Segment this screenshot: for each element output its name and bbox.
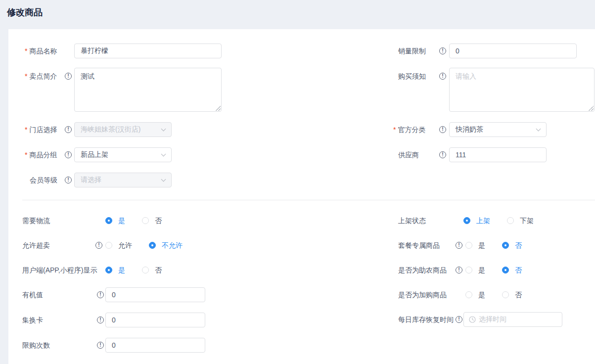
needs-logistics-radio-group: 是 否 — [105, 217, 162, 224]
supplier-info-icon[interactable]: ! — [439, 151, 446, 158]
chevron-down-icon — [536, 126, 541, 131]
radio-option-off-shelf[interactable]: 下架 — [507, 217, 534, 224]
required-mark: * — [25, 126, 27, 134]
store-select-value: 海峡姐妹茶(汉街店) — [81, 125, 162, 134]
radio-option-yes[interactable]: 是 — [465, 242, 485, 249]
selling-point-info-icon[interactable]: ! — [65, 73, 72, 80]
time-placeholder: 选择时间 — [479, 315, 506, 324]
client-display-label: 用户端(APP,小程序)显示 — [22, 263, 97, 277]
purchase-limit-label: 限购次数 — [22, 338, 50, 353]
addon-product-label: 是否为加购商品 — [398, 287, 447, 302]
member-level-placeholder: 请选择 — [81, 176, 162, 184]
radio-icon — [465, 242, 472, 249]
radio-option-no[interactable]: 否 — [502, 267, 522, 273]
product-name-input[interactable] — [74, 44, 222, 58]
card-collect-label: 集换卡 — [22, 313, 43, 327]
required-mark: * — [25, 72, 27, 80]
supplier-input[interactable] — [449, 147, 547, 162]
radio-option-no[interactable]: 否 — [142, 267, 162, 273]
purchase-notes-label: 购买须知 — [398, 69, 426, 84]
stock-recovery-time-label: 每日库存恢复时间 — [398, 312, 454, 327]
radio-icon — [142, 217, 149, 224]
member-level-select[interactable]: 请选择 — [74, 173, 172, 187]
store-select[interactable]: 海峡姐妹茶(汉街店) — [74, 122, 172, 137]
farm-product-radio-group: 是 否 — [465, 267, 522, 273]
radio-option-no[interactable]: 否 — [502, 242, 522, 249]
product-group-info-icon[interactable]: ! — [65, 151, 72, 158]
organic-value-info-icon[interactable]: ! — [97, 291, 104, 298]
client-display-radio-group: 是 否 — [105, 267, 162, 273]
sales-limit-label: 销量限制 — [398, 44, 426, 58]
required-mark: * — [25, 47, 27, 55]
radio-option-yes[interactable]: 是 — [465, 267, 485, 273]
allow-oversell-label: 允许超卖 — [22, 238, 50, 253]
member-level-info-icon[interactable]: ! — [65, 177, 72, 183]
section-divider — [22, 200, 595, 200]
radio-option-no[interactable]: 否 — [142, 217, 162, 224]
chevron-down-icon — [161, 177, 166, 182]
radio-icon — [105, 217, 112, 224]
radio-option-yes[interactable]: 是 — [105, 217, 125, 224]
clock-icon — [469, 316, 476, 323]
supplier-label: 供应商 — [398, 147, 419, 162]
purchase-notes-textarea[interactable] — [449, 68, 595, 112]
chevron-down-icon — [161, 151, 166, 156]
radio-icon — [105, 242, 112, 249]
official-category-select-value: 快消奶茶 — [456, 125, 537, 134]
purchase-notes-info-icon[interactable]: ! — [439, 73, 446, 80]
store-info-icon[interactable]: ! — [65, 126, 72, 133]
package-only-label: 套餐专属商品 — [398, 238, 440, 253]
product-name-label: *商品名称 — [25, 44, 57, 58]
radio-option-on-shelf[interactable]: 上架 — [463, 217, 490, 224]
resize-grip-icon[interactable] — [216, 106, 221, 111]
purchase-limit-info-icon[interactable]: ! — [97, 342, 104, 349]
farm-product-label: 是否为助农商品 — [398, 263, 447, 277]
organic-value-label: 有机值 — [22, 287, 43, 302]
stock-recovery-time-input[interactable]: 选择时间 — [463, 312, 562, 327]
required-mark: * — [393, 126, 396, 134]
farm-product-info-icon[interactable]: ! — [456, 267, 462, 273]
allow-oversell-info-icon[interactable]: ! — [95, 242, 102, 249]
official-category-info-icon[interactable]: ! — [439, 126, 446, 133]
radio-option-yes[interactable]: 是 — [105, 267, 125, 273]
card-collect-info-icon[interactable]: ! — [97, 317, 104, 323]
radio-icon — [502, 291, 509, 298]
official-category-select[interactable]: 快消奶茶 — [449, 122, 547, 137]
sales-limit-info-icon[interactable]: ! — [439, 47, 446, 54]
radio-icon — [465, 291, 472, 298]
radio-option-yes[interactable]: 是 — [465, 291, 485, 298]
radio-icon — [465, 267, 472, 273]
addon-product-radio-group: 是 否 — [465, 291, 522, 298]
chevron-down-icon — [161, 126, 166, 131]
official-category-label: *官方分类 — [393, 122, 425, 137]
purchase-limit-input[interactable] — [105, 338, 205, 353]
package-only-radio-group: 是 否 — [465, 242, 522, 249]
radio-icon — [502, 242, 509, 249]
radio-option-allow[interactable]: 允许 — [105, 242, 132, 249]
organic-value-input[interactable] — [105, 287, 205, 302]
radio-icon — [463, 217, 470, 224]
package-only-info-icon[interactable]: ! — [456, 242, 462, 249]
member-level-label: 会员等级 — [30, 173, 57, 187]
card-collect-input[interactable] — [105, 313, 205, 327]
required-mark: * — [25, 151, 27, 159]
needs-logistics-label: 需要物流 — [22, 213, 50, 228]
resize-grip-icon[interactable] — [589, 106, 594, 111]
allow-oversell-radio-group: 允许 不允许 — [105, 242, 183, 249]
stock-recovery-info-icon[interactable]: ! — [456, 316, 462, 323]
radio-icon — [149, 242, 156, 249]
radio-icon — [142, 267, 149, 273]
selling-point-textarea[interactable]: 测试 — [74, 68, 222, 112]
sales-limit-input[interactable] — [449, 44, 577, 58]
product-group-select-value: 新品上架 — [81, 150, 162, 159]
product-group-label: *商品分组 — [25, 147, 57, 162]
radio-icon — [507, 217, 514, 224]
radio-option-no[interactable]: 否 — [502, 291, 522, 298]
radio-option-disallow[interactable]: 不允许 — [149, 242, 183, 249]
radio-icon — [502, 267, 509, 273]
store-select-label: *门店选择 — [25, 122, 57, 137]
radio-icon — [105, 267, 112, 273]
edit-product-page: 修改商品 *商品名称 *卖点简介 ! 测试 *门店选择 ! 海峡姐妹茶(汉街店)… — [0, 0, 595, 364]
page-title: 修改商品 — [7, 6, 43, 18]
product-group-select[interactable]: 新品上架 — [74, 147, 172, 162]
